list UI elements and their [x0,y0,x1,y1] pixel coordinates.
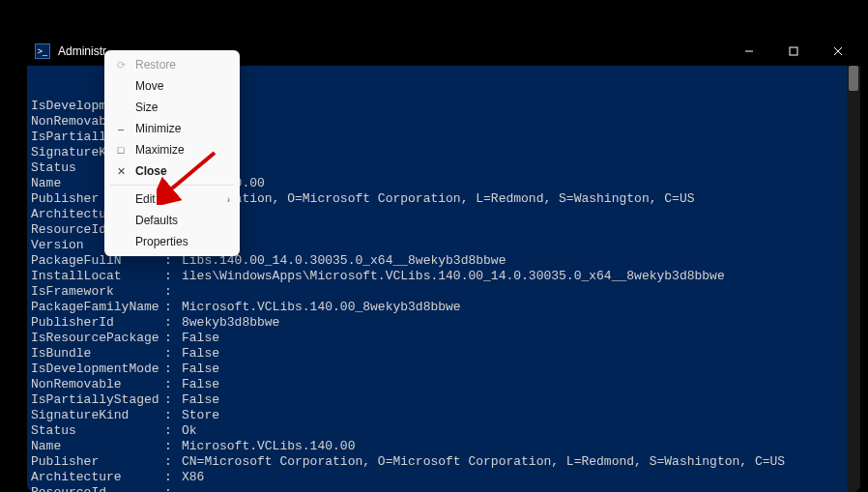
property-key: IsPartiallyStaged [31,392,164,408]
minimize-icon [744,46,754,56]
menu-item-label: Move [130,79,230,93]
property-key: SignatureKind [31,408,164,423]
property-key: PackageFamilyName [31,300,164,315]
output-line: NonRemovable: False [31,377,856,392]
property-value [182,284,856,300]
close-icon: ✕ [112,165,130,178]
property-key: IsDevelopmentMode [31,362,164,377]
output-line: IsFramework: [31,284,856,300]
property-value: 8wekyb3d8bbwe [182,315,856,331]
menu-separator [110,185,234,186]
output-line: InstallLocat: iles\WindowsApps\Microsoft… [31,269,856,284]
property-value: False [182,392,856,408]
property-key: IsResourcePackage [31,331,164,346]
powershell-icon[interactable]: >_ [35,43,50,59]
property-value: False [182,362,856,377]
output-line: Status: Ok [31,423,856,439]
property-value [182,222,856,238]
scrollbar[interactable] [847,66,860,492]
menu-item-maximize[interactable]: □Maximize [104,139,240,160]
property-value: False [182,331,856,346]
property-key: Architecture [31,470,164,485]
window-title: Administr [58,44,106,58]
property-key: Status [31,423,164,439]
property-key: PublisherId [31,315,164,331]
menu-item-label: Close [130,164,230,178]
maximize-icon [789,46,798,56]
window-controls [727,37,860,66]
output-line: PublisherId: 8wekyb3d8bbwe [31,315,856,331]
maximize-icon: □ [112,144,130,156]
svg-rect-1 [790,47,797,55]
menu-item-defaults[interactable]: Defaults [104,210,240,231]
menu-item-properties[interactable]: Properties [104,231,240,252]
output-line: ResourceId: [31,485,856,492]
close-button[interactable] [816,37,860,66]
menu-item-label: Size [130,101,230,114]
menu-item-label: Defaults [130,214,230,227]
menu-item-size[interactable]: Size [104,97,240,118]
menu-item-label: Minimize [130,122,230,135]
output-line: SignatureKind: Store [31,408,856,423]
property-value: Store [182,408,856,423]
menu-item-move[interactable]: Move [104,75,240,97]
maximize-button[interactable] [771,37,816,66]
property-key: NonRemovable [31,377,164,392]
property-value: CN=Microsoft Corporation, O=Microsoft Co… [182,454,856,470]
menu-item-restore: ⟳Restore [104,54,240,75]
menu-item-label: Edit [130,192,227,206]
output-line: IsBundle: False [31,346,856,362]
system-context-menu: ⟳RestoreMoveSize–Minimize□Maximize✕Close… [104,50,240,256]
property-value [182,207,856,222]
output-line: Architecture: X86 [31,470,856,485]
property-value [182,238,856,253]
output-line: Publisher: CN=Microsoft Corporation, O=M… [31,454,856,470]
property-value [182,485,856,492]
property-value: Corporation, O=Microsoft Corporation, L=… [182,191,856,207]
property-value: Libs.140.00_14.0.30035.0_x64__8wekyb3d8b… [182,253,856,269]
menu-item-label: Maximize [130,143,230,157]
property-value: X86 [182,470,856,485]
property-value: iles\WindowsApps\Microsoft.VCLibs.140.00… [182,269,856,284]
scroll-thumb[interactable] [849,66,858,91]
output-line: Name: Microsoft.VCLibs.140.00 [31,439,856,454]
menu-item-label: Properties [130,235,230,248]
property-key: IsBundle [31,346,164,362]
property-key: IsFramework [31,284,164,300]
menu-item-minimize[interactable]: –Minimize [104,118,240,139]
property-value: Microsoft.VCLibs.140.00_8wekyb3d8bbwe [182,300,856,315]
property-value: Libs.140.00 [182,176,856,191]
output-line: IsPartiallyStaged: False [31,392,856,408]
property-key: Name [31,439,164,454]
property-key: Publisher [31,454,164,470]
menu-item-edit[interactable]: Edit› [104,188,240,210]
menu-item-close[interactable]: ✕Close [104,160,240,182]
chevron-right-icon: › [227,194,230,205]
property-value: False [182,346,856,362]
property-value: False [182,377,856,392]
property-value: Ok [182,423,856,439]
menu-item-label: Restore [130,58,230,72]
output-line: IsDevelopmentMode: False [31,362,856,377]
minimize-icon: – [112,123,130,134]
minimize-button[interactable] [727,37,771,66]
property-value: Microsoft.VCLibs.140.00 [182,439,856,454]
property-key: ResourceId [31,485,164,492]
close-icon [833,46,843,56]
property-key: InstallLocat [31,269,164,284]
output-line: PackageFamilyName: Microsoft.VCLibs.140.… [31,300,856,315]
restore-icon: ⟳ [112,59,130,72]
output-line: IsResourcePackage: False [31,331,856,346]
